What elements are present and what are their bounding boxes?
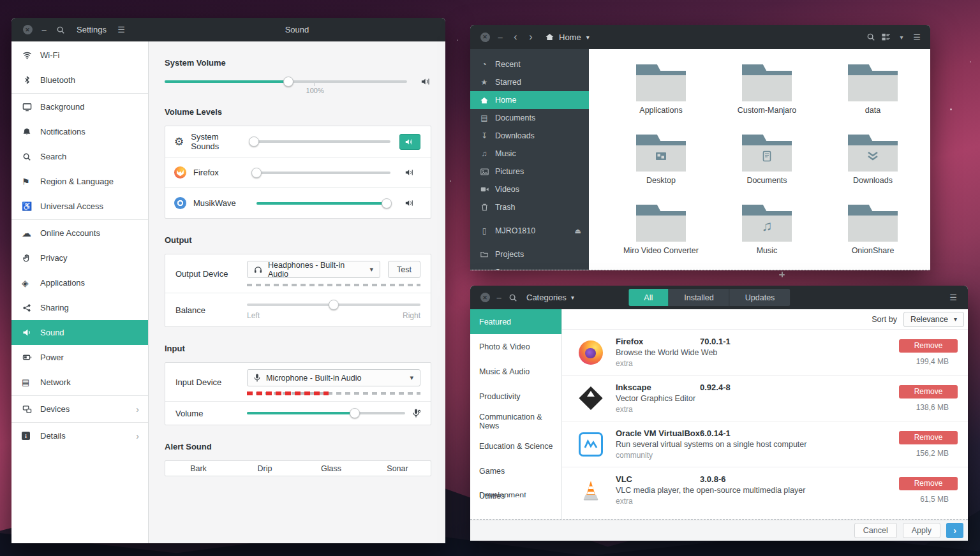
remove-button[interactable]: Remove [899, 477, 958, 490]
sidebar-item-sharing[interactable]: Sharing [11, 295, 148, 320]
sidebar-item-recent[interactable]: ◔Recent [470, 55, 589, 73]
remove-button[interactable]: Remove [899, 339, 958, 353]
search-button[interactable] [506, 291, 520, 305]
category-featured[interactable]: Featured [470, 309, 561, 334]
eject-icon[interactable]: ⏏ [575, 227, 581, 235]
sidebar-item-online-accounts[interactable]: ☁ Online Accounts [11, 221, 148, 245]
input-volume-slider[interactable] [247, 408, 405, 418]
sidebar-item-starred[interactable]: ★Starred [470, 73, 589, 91]
categories-dropdown[interactable]: Categories ▾ [520, 293, 581, 302]
menu-button[interactable]: ☰ [946, 291, 960, 305]
folder-music[interactable]: ♫ Music [714, 205, 820, 270]
apply-button[interactable]: Apply [903, 523, 940, 538]
app-row-virtualbox[interactable]: Oracle VM VirtualBox 6.0.14-1 Run severa… [562, 421, 968, 467]
sidebar-item-power[interactable]: Power [11, 345, 148, 370]
sidebar-item-mjro1810[interactable]: ▯MJRO1810⏏ [470, 222, 589, 240]
mute-toggle-button[interactable] [399, 134, 420, 150]
folder-documents[interactable]: Documents [714, 135, 820, 205]
sidebar-item-details[interactable]: Details › [11, 423, 148, 448]
firefox-volume-slider[interactable] [256, 168, 390, 178]
slider-thumb[interactable] [329, 300, 339, 310]
sidebar-item-applications[interactable]: ◈ Applications [11, 270, 148, 295]
close-button[interactable]: ✕ [478, 30, 492, 44]
search-button[interactable] [54, 23, 68, 37]
sidebar-item-privacy[interactable]: Privacy [11, 245, 148, 270]
slider-thumb[interactable] [283, 77, 293, 87]
sidebar-item-devices[interactable]: Devices › [11, 397, 148, 421]
minimize-button[interactable]: – [492, 291, 506, 305]
sidebar-item-sync[interactable]: Sync [470, 263, 589, 270]
view-mode-button[interactable] [879, 30, 893, 44]
alert-sound-bark[interactable]: Bark [165, 464, 232, 473]
star-speck [970, 61, 971, 62]
tab-installed[interactable]: Installed [669, 289, 730, 306]
folder-custom-manjaro[interactable]: Custom-Manjaro [714, 64, 820, 135]
menu-button[interactable]: ☰ [910, 30, 924, 44]
sidebar-item-notifications[interactable]: Notifications [11, 119, 148, 144]
sidebar-item-projects[interactable]: Projects [470, 245, 589, 263]
back-button[interactable]: ‹ [509, 30, 523, 44]
alert-sound-glass[interactable]: Glass [298, 464, 364, 473]
sidebar-item-wifi[interactable]: Wi-Fi [11, 43, 148, 68]
slider-thumb[interactable] [251, 168, 262, 178]
category-games[interactable]: Games [470, 458, 561, 483]
sort-dropdown[interactable]: Relevance ▾ [903, 312, 964, 327]
sidebar-item-search[interactable]: Search [11, 144, 148, 169]
output-device-dropdown[interactable]: Headphones - Built-in Audio ▾ [247, 261, 380, 278]
category-music-audio[interactable]: Music & Audio [470, 359, 561, 384]
folder-onionshare[interactable]: OnionShare [820, 205, 926, 270]
search-button[interactable] [864, 30, 878, 44]
menu-button[interactable]: ☰ [114, 23, 128, 37]
folder-data[interactable]: data [820, 64, 926, 135]
sidebar-item-network[interactable]: ▤ Network [11, 370, 148, 395]
musikwave-volume-slider[interactable] [256, 198, 390, 208]
sidebar-item-background[interactable]: Background [11, 94, 148, 119]
test-button[interactable]: Test [388, 261, 420, 278]
app-row-vlc[interactable]: VLC 3.0.8-6 VLC media player, the open-s… [562, 467, 968, 513]
app-row-firefox[interactable]: Firefox 70.0.1-1 Browse the World Wide W… [562, 329, 968, 375]
minimize-button[interactable]: – [493, 30, 507, 44]
folder-desktop[interactable]: Desktop [608, 135, 714, 205]
tab-all[interactable]: All [628, 289, 669, 306]
category-photo-video[interactable]: Photo & Video [470, 334, 561, 359]
sidebar-item-home[interactable]: Home [470, 91, 589, 109]
close-button[interactable]: ✕ [478, 291, 492, 305]
category-productivity[interactable]: Productivity [470, 384, 561, 409]
minimize-button[interactable]: – [37, 23, 51, 37]
next-button[interactable]: › [946, 523, 963, 538]
cancel-button[interactable]: Cancel [854, 523, 897, 538]
close-button[interactable]: ✕ [20, 23, 34, 37]
folder-downloads[interactable]: Downloads [820, 135, 926, 205]
sidebar-item-bluetooth[interactable]: Bluetooth [11, 68, 148, 92]
tab-updates[interactable]: Updates [730, 289, 791, 306]
sidebar-item-sound[interactable]: Sound [11, 320, 148, 345]
folder-applications[interactable]: Applications [608, 64, 714, 135]
slider-thumb[interactable] [249, 136, 259, 147]
location-button[interactable]: Home ▾ [539, 29, 596, 45]
sidebar-item-trash[interactable]: Trash [470, 198, 589, 216]
alert-sound-sonar[interactable]: Sonar [364, 464, 431, 473]
app-row-inkscape[interactable]: Inkscape 0.92.4-8 Vector Graphics Editor… [562, 375, 968, 421]
slider-thumb[interactable] [350, 408, 360, 418]
system-volume-slider[interactable]: 100% [165, 77, 407, 87]
folder-miro-video-converter[interactable]: Miro Video Converter [608, 205, 714, 270]
category-communication-news[interactable]: Communication & News [470, 409, 561, 434]
alert-sound-drip[interactable]: Drip [232, 464, 298, 473]
category-development-partial[interactable]: Development [479, 491, 526, 497]
remove-button[interactable]: Remove [899, 385, 958, 399]
sidebar-item-region-language[interactable]: ⚑ Region & Language [11, 169, 148, 194]
system-sounds-slider[interactable] [254, 136, 390, 147]
sidebar-item-music[interactable]: ♫Music [470, 145, 589, 163]
view-options-button[interactable]: ▾ [895, 30, 909, 44]
balance-slider[interactable] [247, 300, 420, 310]
input-device-dropdown[interactable]: Microphone - Built-in Audio ▾ [247, 369, 420, 386]
sidebar-item-universal-access[interactable]: ♿ Universal Access [11, 194, 148, 219]
sidebar-item-videos[interactable]: Videos [470, 180, 589, 198]
category-education-science[interactable]: Education & Science [470, 434, 561, 458]
slider-thumb[interactable] [382, 198, 392, 208]
sidebar-item-documents[interactable]: ▤Documents [470, 109, 589, 127]
sidebar-item-downloads[interactable]: ↧Downloads [470, 127, 589, 145]
remove-button[interactable]: Remove [899, 431, 958, 444]
sidebar-item-pictures[interactable]: Pictures [470, 163, 589, 180]
forward-button[interactable]: › [524, 30, 538, 44]
